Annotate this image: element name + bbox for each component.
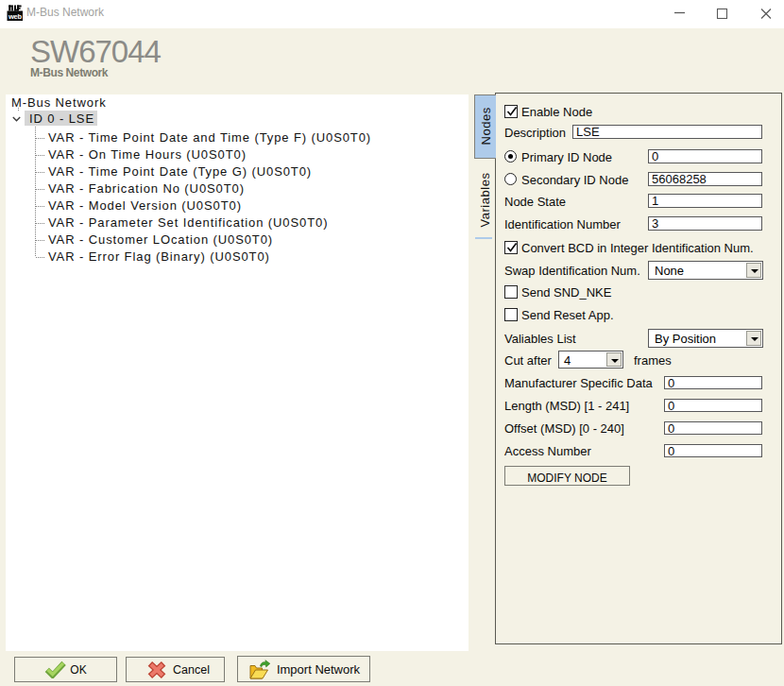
svg-text:web: web xyxy=(8,12,23,21)
